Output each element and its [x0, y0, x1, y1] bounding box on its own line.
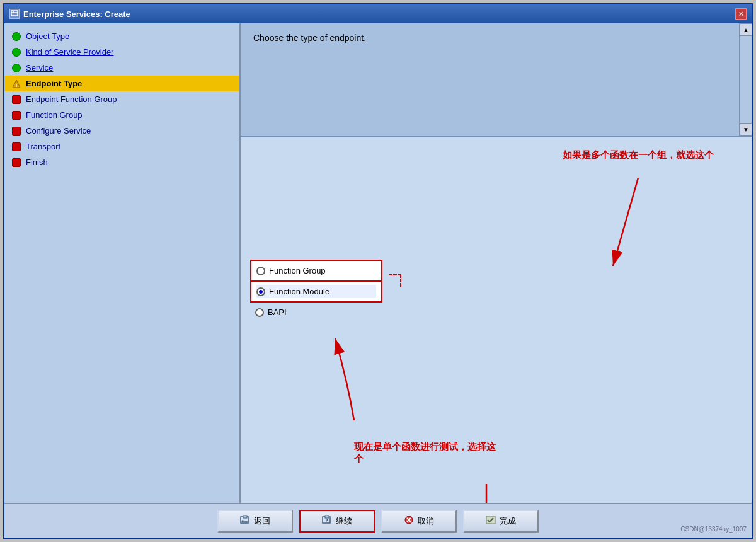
continue-label: 继续 — [336, 516, 352, 527]
nav-label-endpoint-function-group: Endpoint Function Group — [26, 95, 117, 104]
option-function-group[interactable]: Function Group — [256, 264, 376, 277]
finish-icon — [486, 515, 496, 527]
nav-item-endpoint-function-group: Endpoint Function Group — [4, 91, 239, 107]
options-area: 如果是多个函数在一个组，就选这个 — [241, 137, 752, 503]
instruction-text: Choose the type of endpoint. — [253, 33, 366, 43]
radio-function-group[interactable] — [256, 267, 265, 275]
arrow-1 — [588, 171, 689, 272]
nav-icon-transport — [12, 142, 21, 151]
nav-item-finish: Finish — [4, 154, 239, 170]
arrow-2 — [316, 332, 392, 427]
cancel-label: 取消 — [418, 516, 434, 527]
nav-label-service: Service — [26, 63, 53, 72]
right-panel: Choose the type of endpoint. ▲ ▼ 如果是多个函数… — [241, 23, 752, 503]
nav-label-function-group: Function Group — [26, 110, 83, 120]
finish-button[interactable]: 完成 — [463, 510, 539, 533]
nav-icon-kind-of-service — [12, 48, 21, 57]
scroll-up[interactable]: ▲ — [740, 23, 752, 36]
nav-item-object-type[interactable]: Object Type — [4, 28, 239, 44]
option-function-module[interactable]: Function Module — [256, 285, 376, 298]
title-bar: Enterprise Services: Create ✕ — [4, 4, 752, 23]
left-nav-panel: Object TypeKind of Service ProviderServi… — [4, 23, 241, 503]
scroll-down[interactable]: ▼ — [740, 123, 752, 136]
scroll-bar: ▲ ▼ — [739, 23, 752, 136]
nav-label-finish: Finish — [26, 158, 48, 167]
back-button[interactable]: 返回 — [217, 510, 293, 533]
nav-item-configure-service: Configure Service — [4, 123, 239, 139]
corner-bracket — [389, 274, 401, 287]
dialog-title: Enterprise Services: Create — [23, 9, 130, 19]
options-container: Function Group Function Module — [250, 260, 382, 322]
continue-icon — [322, 515, 332, 527]
option-bapi[interactable]: BAPI — [255, 306, 377, 319]
option-function-module-label: Function Module — [269, 287, 329, 296]
nav-icon-object-type — [12, 32, 21, 41]
option-bapi-label: BAPI — [268, 308, 287, 317]
bottom-bar: 返回 继续 取消 — [4, 503, 752, 538]
nav-icon-configure-service — [12, 127, 21, 136]
nav-label-transport: Transport — [26, 142, 60, 151]
nav-item-transport: Transport — [4, 139, 239, 154]
annotation-2: 现在是单个函数进行测试，选择这 个 — [354, 441, 496, 465]
instruction-area: Choose the type of endpoint. ▲ ▼ — [241, 23, 752, 137]
dialog-icon — [9, 9, 20, 19]
nav-item-service[interactable]: Service — [4, 60, 239, 76]
nav-icon-endpoint-type: ! — [12, 79, 21, 88]
nav-label-endpoint-type: Endpoint Type — [26, 79, 82, 88]
arrow-3 — [461, 484, 512, 503]
svg-rect-10 — [243, 516, 247, 518]
annotation-1: 如果是多个函数在一个组，就选这个 — [563, 149, 714, 161]
cancel-button[interactable]: 取消 — [381, 510, 457, 533]
svg-rect-0 — [11, 11, 18, 16]
nav-icon-finish — [12, 158, 21, 167]
nav-item-function-group: Function Group — [4, 107, 239, 123]
nav-item-kind-of-service[interactable]: Kind of Service Provider — [4, 44, 239, 60]
nav-label-kind-of-service: Kind of Service Provider — [26, 47, 113, 57]
finish-label: 完成 — [500, 516, 516, 527]
watermark: CSDN@13374ay_1007 — [680, 526, 747, 533]
content-area: Object TypeKind of Service ProviderServi… — [4, 23, 752, 503]
nav-item-endpoint-type[interactable]: !Endpoint Type — [4, 76, 239, 91]
nav-icon-function-group — [12, 111, 21, 120]
nav-icon-endpoint-function-group — [12, 95, 21, 104]
svg-text:!: ! — [16, 83, 18, 88]
title-bar-left: Enterprise Services: Create — [9, 9, 130, 19]
radio-bapi[interactable] — [255, 308, 264, 317]
back-icon — [240, 515, 250, 527]
cancel-icon — [404, 515, 414, 527]
nav-label-configure-service: Configure Service — [26, 126, 91, 136]
continue-button[interactable]: 继续 — [299, 510, 375, 533]
dialog-window: Enterprise Services: Create ✕ Object Typ… — [3, 3, 753, 539]
close-button[interactable]: ✕ — [735, 8, 747, 20]
nav-label-object-type: Object Type — [26, 32, 69, 41]
option-function-group-label: Function Group — [269, 266, 326, 275]
svg-rect-12 — [325, 516, 329, 518]
back-label: 返回 — [254, 516, 270, 527]
radio-function-module[interactable] — [256, 287, 265, 296]
nav-icon-service — [12, 64, 21, 72]
